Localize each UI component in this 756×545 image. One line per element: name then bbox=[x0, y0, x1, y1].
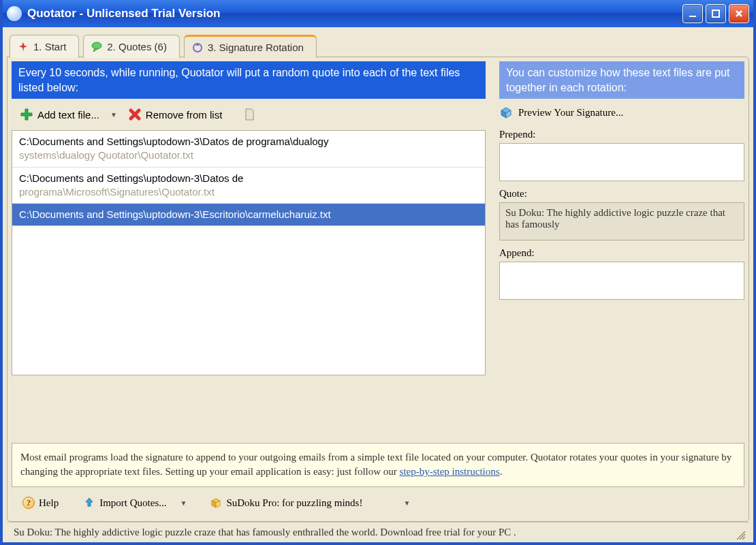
footer-toolbar: ? Help Import Quotes... ▼ SuDoku Pro: fo… bbox=[12, 487, 744, 517]
promo-dropdown-arrow[interactable]: ▼ bbox=[400, 499, 413, 507]
promo-label: SuDoku Pro: for puzzling minds! bbox=[226, 497, 362, 509]
tab-label: 1. Start bbox=[33, 41, 66, 52]
plus-icon bbox=[20, 108, 33, 121]
file-path-line2: systems\dualogy Quotator\Quotator.txt bbox=[19, 149, 478, 162]
minimize-button[interactable] bbox=[682, 4, 703, 23]
box-icon bbox=[499, 106, 513, 119]
prepend-label: Prepend: bbox=[499, 129, 744, 140]
titlebar[interactable]: Quotator - Unlicensed Trial Version bbox=[3, 0, 753, 27]
cube-icon bbox=[210, 497, 222, 509]
tab-quotes[interactable]: 2. Quotes (6) bbox=[83, 35, 180, 58]
remove-from-list-button[interactable]: Remove from list bbox=[124, 106, 227, 123]
instructions-link[interactable]: step-by-step instructions bbox=[400, 466, 500, 477]
info-text-after: . bbox=[500, 466, 503, 477]
window-title: Quotator - Unlicensed Trial Version bbox=[27, 7, 220, 20]
resize-grip[interactable] bbox=[736, 530, 746, 541]
add-text-file-button[interactable]: Add text file... bbox=[16, 106, 104, 123]
import-quotes-button[interactable]: Import Quotes... bbox=[79, 495, 170, 510]
status-text: Su Doku: The highly addictive logic puzz… bbox=[14, 527, 516, 538]
window-controls bbox=[682, 4, 749, 23]
right-banner: You can customize how these text files a… bbox=[499, 61, 744, 99]
preview-label: Preview Your Signature... bbox=[518, 107, 623, 119]
tab-bar: 1. Start 2. Quotes (6) 3. Signature Rota… bbox=[7, 31, 749, 57]
quote-field: Su Doku: The highly addictive logic puzz… bbox=[499, 202, 744, 240]
file-path-line2: programa\Microsoft\Signatures\Quotator.t… bbox=[19, 185, 478, 199]
speech-bubble-icon bbox=[91, 41, 103, 53]
tab-signature-rotation[interactable]: 3. Signature Rotation bbox=[184, 35, 317, 58]
app-window: Quotator - Unlicensed Trial Version 1. S… bbox=[0, 0, 756, 545]
app-icon bbox=[7, 6, 22, 21]
document-icon bbox=[242, 108, 256, 121]
status-bar: Su Doku: The highly addictive logic puzz… bbox=[7, 522, 749, 542]
file-row[interactable]: C:\Documents and Settings\uptodown-3\Dat… bbox=[12, 131, 485, 168]
help-label: Help bbox=[39, 497, 59, 509]
import-dropdown-arrow[interactable]: ▼ bbox=[178, 499, 190, 507]
file-row[interactable]: C:\Documents and Settings\uptodown-3\Dat… bbox=[12, 168, 485, 204]
x-icon bbox=[128, 108, 142, 121]
help-icon: ? bbox=[22, 497, 35, 509]
import-label: Import Quotes... bbox=[99, 497, 166, 509]
tab-label: 3. Signature Rotation bbox=[208, 42, 304, 53]
blank-file-button[interactable] bbox=[238, 106, 260, 123]
left-column: Every 10 seconds, while running, Quotato… bbox=[12, 61, 486, 433]
help-button[interactable]: ? Help bbox=[18, 495, 63, 510]
tab-label: 2. Quotes (6) bbox=[107, 41, 167, 52]
import-icon bbox=[83, 497, 95, 509]
remove-button-label: Remove from list bbox=[146, 109, 223, 121]
file-path-line1: C:\Documents and Settings\uptodown-3\Dat… bbox=[19, 135, 478, 149]
prepend-input[interactable] bbox=[499, 143, 744, 181]
maximize-button[interactable] bbox=[706, 4, 726, 23]
add-dropdown-arrow[interactable]: ▼ bbox=[108, 111, 120, 119]
svg-point-2 bbox=[92, 42, 101, 49]
tab-start[interactable]: 1. Start bbox=[10, 35, 79, 58]
close-button[interactable] bbox=[729, 4, 749, 23]
info-text-before: Most email programs load the signature t… bbox=[20, 452, 731, 478]
right-column: You can customize how these text files a… bbox=[499, 61, 744, 433]
rotation-icon bbox=[191, 42, 204, 54]
file-list[interactable]: C:\Documents and Settings\uptodown-3\Dat… bbox=[12, 130, 486, 375]
info-box: Most email programs load the signature t… bbox=[12, 443, 744, 488]
add-button-label: Add text file... bbox=[37, 109, 99, 121]
client-area: 1. Start 2. Quotes (6) 3. Signature Rota… bbox=[3, 27, 753, 542]
tab-panel: Every 10 seconds, while running, Quotato… bbox=[7, 57, 749, 522]
quote-label: Quote: bbox=[499, 188, 744, 200]
file-toolbar: Add text file... ▼ Remove from list bbox=[12, 99, 486, 130]
svg-rect-1 bbox=[712, 10, 719, 17]
left-banner: Every 10 seconds, while running, Quotato… bbox=[12, 61, 486, 99]
file-path-line1: C:\Documents and Settings\uptodown-3\Esc… bbox=[19, 208, 478, 221]
svg-rect-0 bbox=[689, 16, 696, 17]
file-path-line1: C:\Documents and Settings\uptodown-3\Dat… bbox=[19, 172, 478, 185]
promo-button[interactable]: SuDoku Pro: for puzzling minds! bbox=[206, 495, 366, 510]
append-label: Append: bbox=[499, 247, 744, 259]
file-row[interactable]: C:\Documents and Settings\uptodown-3\Esc… bbox=[12, 204, 485, 226]
preview-signature-button[interactable]: Preview Your Signature... bbox=[499, 99, 744, 122]
pin-icon bbox=[17, 41, 29, 53]
append-input[interactable] bbox=[499, 262, 744, 300]
